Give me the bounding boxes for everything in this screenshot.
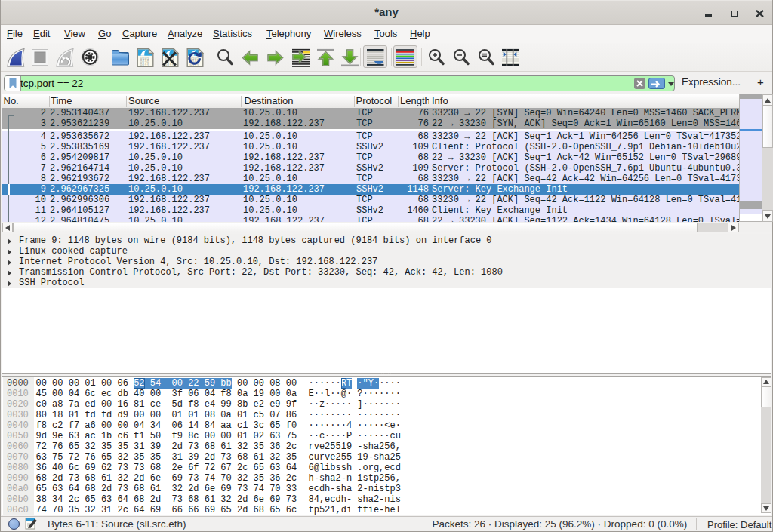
svg-text:0111: 0111 bbox=[165, 63, 174, 67]
svg-text:0111: 0111 bbox=[140, 63, 149, 67]
